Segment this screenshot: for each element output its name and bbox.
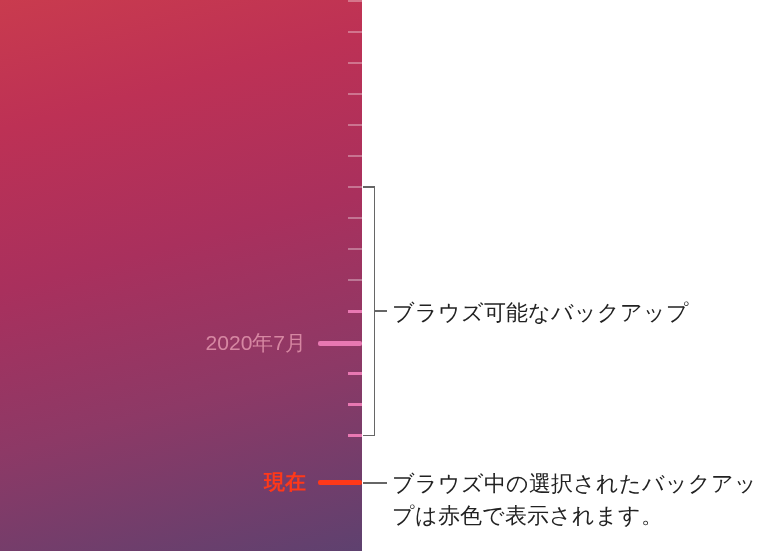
timeline-tick-pink[interactable] <box>348 310 362 313</box>
callout-selected-backup: ブラウズ中の選択されたバックアップは赤色で表示されます。 <box>392 468 762 532</box>
timeline-date-label: 2020年7月 <box>206 329 306 357</box>
timeline-panel: 2020年7月 現在 <box>0 0 362 551</box>
callout-leader-line <box>363 482 387 484</box>
timeline-tick-july[interactable] <box>318 341 362 346</box>
timeline-tick-pink[interactable] <box>348 403 362 406</box>
timeline-tick-pink[interactable] <box>348 372 362 375</box>
callout-leader-line <box>375 310 387 312</box>
timeline-tick[interactable] <box>348 93 362 95</box>
callout-bracket <box>363 186 375 436</box>
timeline-tick[interactable] <box>348 0 362 2</box>
timeline-now-label: 現在 <box>264 468 306 496</box>
timeline-tick[interactable] <box>348 155 362 157</box>
timeline-tick-pink[interactable] <box>348 434 362 437</box>
timeline-tick-now[interactable] <box>318 480 362 485</box>
timeline-tick[interactable] <box>348 217 362 219</box>
timeline-tick[interactable] <box>348 186 362 188</box>
timeline-tick[interactable] <box>348 62 362 64</box>
timeline-tick[interactable] <box>348 248 362 250</box>
timeline-tick[interactable] <box>348 279 362 281</box>
timeline-tick[interactable] <box>348 31 362 33</box>
timeline-tick[interactable] <box>348 124 362 126</box>
callout-browsable-backups: ブラウズ可能なバックアップ <box>392 297 689 329</box>
